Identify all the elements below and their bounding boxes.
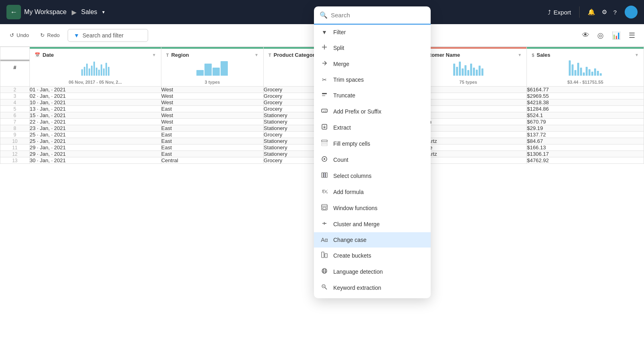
date-col-label: Date — [43, 52, 54, 58]
sales-cell: $4218.38 — [527, 99, 644, 106]
row-num-cell: 12 — [0, 151, 30, 157]
menu-item-extract[interactable]: Extract — [314, 120, 431, 136]
svg-rect-8 — [322, 142, 327, 144]
date-cell: 13 · Jan, · 2021 — [29, 106, 161, 112]
search-icon: 🔍 — [320, 11, 328, 19]
menu-item-change_case[interactable]: Aα Change case — [314, 232, 431, 248]
lang_detect-icon — [320, 268, 328, 276]
bell-icon[interactable]: 🔔 — [588, 8, 595, 16]
nav-separator: ▶ — [72, 8, 76, 16]
row-num-label: # — [13, 64, 16, 70]
date-cell: 10 · Jan, · 2021 — [29, 99, 161, 106]
redo-button[interactable]: ↻ Redo — [37, 30, 63, 41]
menu-item-split[interactable]: Split — [314, 40, 431, 56]
search-input[interactable] — [331, 12, 425, 19]
menu-items: ▼ Filter Split Merge ✂ Trim spaces Trunc… — [314, 25, 431, 298]
sales-cell: $1306.17 — [527, 151, 644, 157]
sales-stats: $3.44 - $11751.55 — [527, 77, 644, 86]
row-num-cell: 9 — [0, 132, 30, 138]
svg-rect-12 — [322, 173, 323, 178]
lines-icon[interactable]: ☰ — [626, 29, 638, 42]
cluster_merge-icon — [320, 220, 328, 228]
menu-item-merge[interactable]: Merge — [314, 56, 431, 72]
row-num-cell: 11 — [0, 144, 30, 151]
add_formula-label: Add formula — [333, 189, 363, 195]
menu-item-create_buckets[interactable]: Create buckets — [314, 248, 431, 264]
undo-button[interactable]: ↺ Undo — [6, 30, 32, 41]
target-icon[interactable]: ◎ — [595, 29, 606, 42]
sales-cell: $84.67 — [527, 138, 644, 144]
gear-icon[interactable]: ⚙ — [602, 8, 607, 16]
menu-item-add_formula[interactable]: f(x) Add formula — [314, 184, 431, 200]
customer-sort-icon[interactable]: ▼ — [518, 53, 522, 57]
menu-item-fill_empty[interactable]: Fill empty cells — [314, 136, 431, 152]
row-num-cell: 7 — [0, 119, 30, 125]
region-cell: West — [161, 112, 263, 119]
sales-cell: $6164.77 — [527, 87, 644, 93]
menu-item-trim_spaces[interactable]: ✂ Trim spaces — [314, 72, 431, 87]
dataset-chevron[interactable]: ▾ — [102, 9, 105, 15]
region-cell: East — [161, 132, 263, 138]
svg-point-22 — [323, 268, 326, 273]
date-cell: 02 · Jan, · 2021 — [29, 93, 161, 99]
date-cell: 29 · Jan, · 2021 — [29, 151, 161, 157]
sales-sort-icon[interactable]: ▼ — [635, 53, 639, 57]
back-button[interactable]: ← — [6, 5, 21, 19]
date-cell: 01 · Jan, · 2021 — [29, 87, 161, 93]
row-num-cell: 5 — [0, 106, 30, 112]
region-cell: West — [161, 99, 263, 106]
row-num-cell: 13 — [0, 157, 30, 164]
keyword_extract-icon — [320, 284, 328, 292]
date-type-icon: 📅 — [35, 52, 40, 58]
menu-item-window_functions[interactable]: Window functions — [314, 200, 431, 216]
date-sort-icon[interactable]: ▼ — [152, 53, 156, 57]
sales-cell: $4762.92 — [527, 157, 644, 164]
menu-item-select_columns[interactable]: Select columns — [314, 168, 431, 184]
filter-label: Filter — [333, 29, 346, 35]
menu-item-cluster_merge[interactable]: Cluster and Merge — [314, 216, 431, 232]
region-type-icon: T — [166, 53, 169, 58]
user-avatar[interactable] — [625, 6, 638, 19]
eye-icon[interactable]: 👁 — [580, 29, 592, 42]
menu-item-keyword_extract[interactable]: Keyword extraction — [314, 280, 431, 296]
navbar-right: ⤴ Export 🔔 ⚙ ? — [548, 6, 638, 19]
svg-rect-14 — [326, 173, 327, 178]
date-cell: 30 · Jan, · 2021 — [29, 157, 161, 164]
menu-item-count[interactable]: Count — [314, 152, 431, 168]
menu-item-truncate[interactable]: Truncate — [314, 87, 431, 103]
search-filter-label: Search and filter — [83, 32, 124, 39]
menu-item-add_prefix[interactable]: +S Add Prefix or Suffix — [314, 103, 431, 120]
filter-icon: ▼ — [320, 29, 328, 36]
svg-rect-3 — [322, 95, 325, 96]
svg-rect-9 — [322, 144, 327, 146]
create_buckets-label: Create buckets — [333, 252, 371, 259]
region-cell: West — [161, 119, 263, 125]
row-num-cell: 10 — [0, 138, 30, 144]
trim_spaces-icon: ✂ — [320, 76, 328, 83]
date-stats: 06 Nov, 2017 - 05 Nov, 2... — [30, 77, 161, 86]
dataset-label[interactable]: Sales — [81, 8, 97, 16]
workspace-label[interactable]: My Workspace — [24, 8, 67, 16]
change_case-icon: Aα — [320, 236, 328, 244]
menu-item-lang_detect[interactable]: Language detection — [314, 264, 431, 280]
menu-item-sentiment[interactable]: Sentiment analysis — [314, 296, 431, 298]
row-num-header: # — [0, 47, 30, 87]
add_prefix-label: Add Prefix or Suffix — [333, 108, 382, 115]
svg-point-11 — [324, 158, 325, 160]
menu-item-filter[interactable]: ▼ Filter — [314, 25, 431, 40]
chart-icon[interactable]: 📊 — [609, 29, 623, 42]
extract-label: Extract — [333, 124, 351, 131]
search-filter-button[interactable]: ▼ Search and filter — [68, 29, 148, 42]
region-sort-icon[interactable]: ▼ — [254, 53, 258, 57]
svg-text:f(x): f(x) — [322, 189, 328, 194]
category-type-icon: T — [268, 53, 271, 58]
sales-cell: $1284.86 — [527, 106, 644, 112]
help-icon[interactable]: ? — [613, 9, 617, 16]
sales-col-label: Sales — [537, 52, 550, 58]
sales-cell: $670.79 — [527, 119, 644, 125]
svg-rect-13 — [324, 173, 325, 178]
export-button[interactable]: ⤴ Export — [548, 9, 571, 16]
window_functions-icon — [320, 204, 328, 212]
merge-icon — [320, 60, 328, 68]
col-header-sales: $ Sales ▼ — [527, 47, 644, 87]
